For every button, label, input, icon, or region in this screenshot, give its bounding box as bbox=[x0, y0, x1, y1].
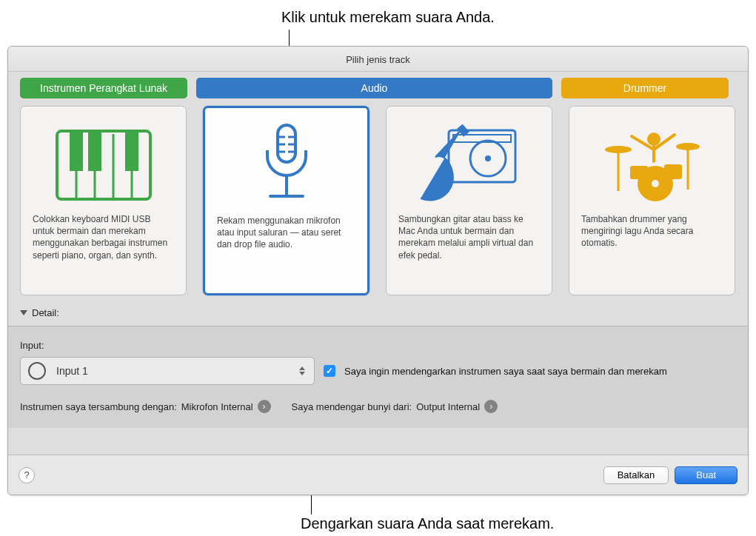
output-device-link[interactable]: Saya mendengar bunyi dari: Output Intern… bbox=[292, 400, 498, 413]
create-button[interactable]: Buat bbox=[675, 466, 737, 484]
track-type-tabs: Instrumen Perangkat Lunak Audio Drummer bbox=[8, 72, 748, 103]
chevron-down-icon bbox=[20, 310, 27, 315]
tab-software-instrument[interactable]: Instrumen Perangkat Lunak bbox=[20, 78, 187, 98]
help-button[interactable]: ? bbox=[19, 467, 35, 483]
detail-panel: Input: Input 1 ✓ Saya ingin mendengarkan… bbox=[8, 326, 748, 428]
detail-label: Detail: bbox=[32, 307, 59, 318]
input-select[interactable]: Input 1 bbox=[20, 357, 315, 385]
card-mic-desc: Rekam menggunakan mikrofon atau input sa… bbox=[217, 215, 355, 251]
detail-disclosure[interactable]: Detail: bbox=[8, 304, 748, 326]
svg-point-25 bbox=[676, 143, 700, 150]
tab-audio[interactable]: Audio bbox=[196, 78, 552, 98]
input-device-name: Mikrofon Internal bbox=[181, 401, 253, 412]
guitar-amp-icon bbox=[418, 117, 521, 213]
annotation-bottom: Dengarkan suara Anda saat merekam. bbox=[301, 515, 554, 532]
card-software-instrument[interactable]: Colokkan keyboard MIDI USB untuk bermain… bbox=[20, 106, 187, 295]
new-track-dialog: Pilih jenis track Instrumen Perangkat Lu… bbox=[7, 46, 749, 495]
monitor-label: Saya ingin mendengarkan instrumen saya s… bbox=[344, 366, 667, 377]
card-drummer-desc: Tambahkan drummer yang mengiringi lagu A… bbox=[581, 213, 723, 249]
monitor-checkbox[interactable]: ✓ bbox=[324, 365, 335, 377]
input-device-prefix: Instrumen saya tersambung dengan: bbox=[20, 401, 177, 412]
annotation-top: Klik untuk merekam suara Anda. bbox=[281, 9, 495, 26]
drummer-icon bbox=[601, 117, 704, 213]
output-device-name: Output Internal bbox=[416, 401, 480, 412]
input-label: Input: bbox=[20, 340, 736, 351]
go-arrow-icon: › bbox=[484, 400, 498, 413]
cancel-button[interactable]: Batalkan bbox=[603, 466, 669, 484]
card-audio-microphone[interactable]: Rekam menggunakan mikrofon atau input sa… bbox=[203, 106, 369, 295]
stepper-icon bbox=[298, 366, 307, 375]
input-device-link[interactable]: Instrumen saya tersambung dengan: Mikrof… bbox=[20, 400, 271, 413]
svg-point-19 bbox=[485, 155, 491, 161]
dialog-footer: ? Batalkan Buat bbox=[8, 455, 748, 495]
input-value: Input 1 bbox=[56, 365, 287, 377]
track-cards: Colokkan keyboard MIDI USB untuk bermain… bbox=[8, 103, 748, 304]
card-guitar-desc: Sambungkan gitar atau bass ke Mac Anda u… bbox=[398, 213, 540, 261]
output-device-prefix: Saya mendengar bunyi dari: bbox=[292, 401, 412, 412]
card-drummer[interactable]: Tambahkan drummer yang mengiringi lagu A… bbox=[569, 106, 735, 295]
dialog-title: Pilih jenis track bbox=[8, 47, 748, 72]
svg-rect-7 bbox=[125, 133, 138, 171]
piano-keys-icon bbox=[56, 117, 152, 213]
card-audio-guitar[interactable]: Sambungkan gitar atau bass ke Mac Anda u… bbox=[386, 106, 552, 295]
svg-rect-5 bbox=[70, 133, 83, 171]
svg-point-23 bbox=[605, 146, 632, 153]
tab-drummer[interactable]: Drummer bbox=[561, 78, 729, 98]
microphone-icon bbox=[250, 118, 324, 215]
go-arrow-icon: › bbox=[258, 400, 271, 413]
mono-input-icon bbox=[28, 362, 46, 380]
svg-point-30 bbox=[652, 180, 659, 187]
card-software-desc: Colokkan keyboard MIDI USB untuk bermain… bbox=[33, 213, 174, 261]
svg-rect-6 bbox=[88, 133, 101, 171]
